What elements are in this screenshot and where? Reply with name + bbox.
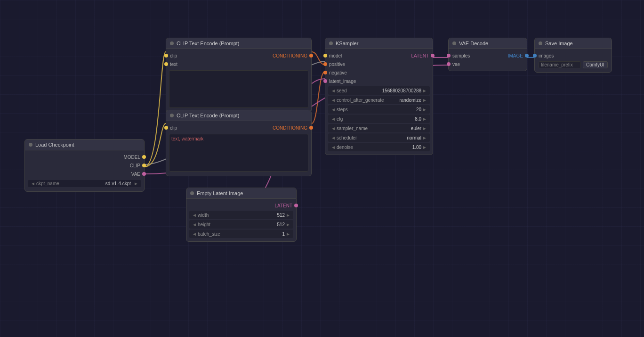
- ksampler-latent-connector[interactable]: [431, 54, 435, 58]
- output-conditioning-1-label: CONDITIONING: [273, 53, 307, 58]
- empty-latent-batch-row: ◄ batch_size 1 ►: [189, 230, 293, 238]
- control-arrow-left[interactable]: ◄: [330, 98, 337, 103]
- empty-latent-body: LATENT ◄ width 512 ► ◄ height 512 ► ◄ ba…: [186, 199, 296, 241]
- clip-text-encode-1-body: clip CONDITIONING text: [166, 49, 311, 112]
- filename-prefix-value[interactable]: ComfyUI: [583, 61, 608, 68]
- input-clip-2-label: clip: [170, 125, 177, 131]
- ksampler-node: KSampler model LATENT positive negative …: [325, 38, 433, 155]
- sampler-arrow-left[interactable]: ◄: [330, 126, 337, 131]
- seed-arrow-right[interactable]: ►: [421, 88, 428, 93]
- output-conditioning-2-connector[interactable]: [309, 126, 313, 130]
- ksampler-negative-row: negative: [325, 68, 433, 77]
- sampler-value: euler: [411, 126, 421, 131]
- empty-latent-height-row: ◄ height 512 ►: [189, 220, 293, 229]
- output-conditioning-1-connector[interactable]: [309, 54, 313, 58]
- save-image-images-label: images: [539, 53, 554, 58]
- ksampler-latent-image-connector[interactable]: [323, 79, 327, 83]
- cfg-arrow-left[interactable]: ◄: [330, 116, 337, 122]
- input-clip-1-row: clip CONDITIONING: [166, 51, 311, 60]
- scheduler-arrow-left[interactable]: ◄: [330, 135, 337, 140]
- output-vae-connector[interactable]: [142, 172, 146, 176]
- scheduler-arrow-right[interactable]: ►: [421, 135, 428, 140]
- clip-text-1-textarea[interactable]: [169, 70, 308, 108]
- input-text-1-row: text: [166, 60, 311, 68]
- batch-label: batch_size: [198, 231, 282, 237]
- input-text-1-connector[interactable]: [164, 62, 168, 66]
- empty-latent-image-node: Empty Latent Image LATENT ◄ width 512 ► …: [186, 188, 297, 242]
- ksampler-seed-row: ◄ seed 156880208700288 ►: [328, 86, 430, 95]
- sampler-label: sampler_name: [337, 126, 411, 131]
- save-image-title: Save Image: [545, 41, 573, 46]
- vae-decode-image-out-label: IMAGE: [508, 53, 523, 58]
- batch-arrow-right[interactable]: ►: [285, 231, 291, 237]
- clip-text-2-textarea[interactable]: text, watermark: [169, 134, 308, 172]
- output-model-connector[interactable]: [142, 155, 146, 159]
- cfg-arrow-right[interactable]: ►: [421, 116, 428, 122]
- vae-decode-vae-connector[interactable]: [447, 62, 451, 66]
- input-clip-1-label: clip: [170, 53, 177, 58]
- ksampler-denoise-row: ◄ denoise 1.00 ►: [328, 143, 430, 151]
- ksampler-positive-row: positive: [325, 60, 433, 68]
- empty-latent-out-connector[interactable]: [294, 204, 298, 207]
- ckpt-arrow-left[interactable]: ◄: [30, 181, 36, 186]
- width-arrow-right[interactable]: ►: [285, 213, 291, 218]
- empty-latent-title: Empty Latent Image: [197, 190, 243, 196]
- ckpt-name-label: ckpt_name: [36, 181, 59, 186]
- scheduler-label: scheduler: [337, 135, 407, 140]
- width-arrow-left[interactable]: ◄: [191, 213, 198, 218]
- height-value: 512: [277, 222, 285, 227]
- filename-prefix-row: filename_prefix ComfyUI: [535, 60, 612, 70]
- empty-latent-out-row: LATENT: [186, 201, 296, 210]
- ksampler-control-row: ◄ control_after_generate randomize ►: [328, 96, 430, 104]
- ksampler-scheduler-row: ◄ scheduler normal ►: [328, 133, 430, 142]
- height-arrow-right[interactable]: ►: [285, 222, 291, 227]
- input-clip-2-connector[interactable]: [164, 126, 168, 130]
- cfg-label: cfg: [337, 116, 415, 122]
- ksampler-model-row: model LATENT: [325, 51, 433, 60]
- height-label: height: [198, 222, 277, 227]
- node-dot-5: [539, 41, 542, 45]
- ksampler-latent-image-label: latent_image: [329, 79, 356, 84]
- sampler-arrow-right[interactable]: ►: [421, 126, 428, 131]
- clip-text-encode-2-title: CLIP Text Encode (Prompt): [177, 113, 240, 118]
- node-dot-2: [170, 114, 174, 117]
- vae-decode-samples-connector[interactable]: [447, 54, 451, 58]
- denoise-arrow-left[interactable]: ◄: [330, 145, 337, 150]
- control-value: randomize: [399, 98, 421, 103]
- seed-arrow-left[interactable]: ◄: [330, 88, 337, 93]
- clip-text-encode-1-header: CLIP Text Encode (Prompt): [166, 38, 311, 49]
- ckpt-arrow-right[interactable]: ►: [133, 181, 139, 186]
- vae-decode-title: VAE Decode: [459, 41, 488, 46]
- input-clip-1-connector[interactable]: [164, 54, 168, 58]
- denoise-value: 1.00: [412, 145, 421, 150]
- ksampler-model-connector[interactable]: [323, 54, 327, 58]
- steps-arrow-left[interactable]: ◄: [330, 107, 337, 112]
- seed-label: seed: [337, 88, 382, 93]
- vae-decode-vae-row: vae: [449, 60, 527, 68]
- save-image-header: Save Image: [535, 38, 612, 49]
- node-dot-4: [452, 41, 456, 45]
- vae-decode-body: samples IMAGE vae: [449, 49, 527, 71]
- ksampler-header: KSampler: [325, 38, 433, 49]
- steps-label: steps: [337, 107, 416, 112]
- control-label: control_after_generate: [337, 98, 399, 103]
- ksampler-negative-connector[interactable]: [323, 71, 327, 74]
- node-dot-1: [170, 41, 174, 45]
- ksampler-body: model LATENT positive negative latent_im…: [325, 49, 433, 155]
- steps-arrow-right[interactable]: ►: [421, 107, 428, 112]
- control-arrow-right[interactable]: ►: [421, 98, 428, 103]
- output-clip-connector[interactable]: [142, 164, 146, 167]
- vae-decode-image-connector[interactable]: [525, 54, 529, 58]
- width-value: 512: [277, 213, 285, 218]
- height-arrow-left[interactable]: ◄: [191, 222, 198, 227]
- output-clip-row: CLIP: [25, 161, 144, 170]
- vae-decode-vae-label: vae: [452, 62, 460, 67]
- ksampler-positive-connector[interactable]: [323, 62, 327, 66]
- load-checkpoint-header: Load Checkpoint: [25, 140, 144, 150]
- clip-text-encode-1-title: CLIP Text Encode (Prompt): [177, 41, 240, 46]
- output-model-row: MODEL: [25, 153, 144, 161]
- save-image-images-connector[interactable]: [533, 54, 537, 58]
- denoise-arrow-right[interactable]: ►: [421, 145, 428, 150]
- node-dot-3: [329, 41, 333, 45]
- batch-arrow-left[interactable]: ◄: [191, 231, 198, 237]
